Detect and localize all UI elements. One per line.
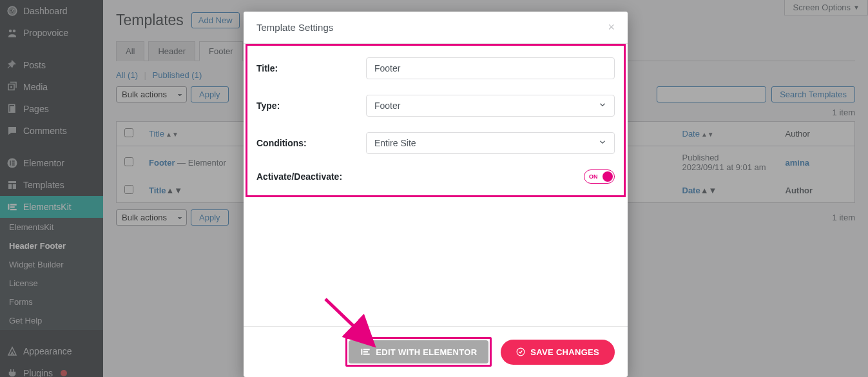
- edit-button-highlight: EDIT WITH ELEMENTOR: [345, 337, 492, 367]
- elementskit-icon: [360, 347, 371, 357]
- save-button-label: SAVE CHANGES: [530, 347, 599, 357]
- settings-highlight-box: Title: Type: Footer Conditions:: [246, 44, 626, 197]
- svg-rect-18: [362, 349, 363, 354]
- check-circle-icon: [516, 347, 525, 356]
- title-input[interactable]: [366, 57, 615, 79]
- modal-header: Template Settings ×: [244, 12, 628, 44]
- conditions-select[interactable]: Entire Site: [366, 132, 615, 154]
- svg-rect-20: [363, 351, 368, 353]
- edit-button-label: EDIT WITH ELEMENTOR: [376, 347, 477, 357]
- type-label: Type:: [256, 101, 366, 111]
- close-icon[interactable]: ×: [608, 21, 615, 34]
- save-changes-button[interactable]: SAVE CHANGES: [501, 340, 615, 365]
- template-settings-modal: Template Settings × Title: Type: Footer: [244, 12, 628, 377]
- modal-footer: EDIT WITH ELEMENTOR SAVE CHANGES: [244, 326, 628, 377]
- svg-rect-19: [363, 349, 370, 350]
- conditions-label: Conditions:: [256, 138, 366, 148]
- type-select[interactable]: Footer: [366, 95, 615, 117]
- modal-title: Template Settings: [256, 22, 333, 33]
- toggle-state-text: ON: [589, 173, 598, 180]
- activate-toggle[interactable]: ON: [584, 169, 615, 184]
- toggle-knob: [603, 171, 613, 182]
- svg-rect-21: [363, 354, 370, 355]
- edit-with-elementor-button[interactable]: EDIT WITH ELEMENTOR: [349, 340, 488, 363]
- title-label: Title:: [256, 63, 366, 73]
- activate-label: Activate/Deactivate:: [256, 171, 366, 182]
